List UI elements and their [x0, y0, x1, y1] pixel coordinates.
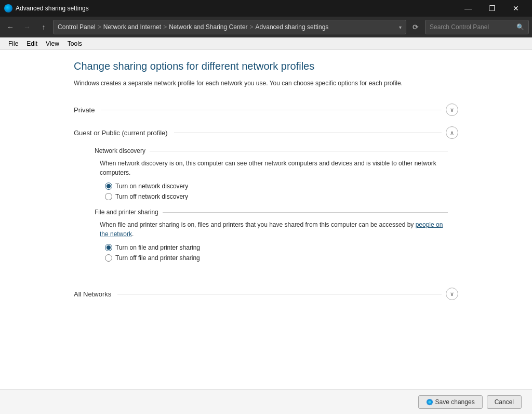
path-segment-3: Network and Sharing Center: [169, 23, 247, 31]
save-icon: [426, 398, 433, 406]
save-changes-label: Save changes: [435, 398, 475, 406]
address-bar: ← → ↑ Control Panel > Network and Intern…: [0, 17, 532, 37]
private-section-header[interactable]: Private ∨: [74, 100, 458, 119]
network-discovery-header: Network discovery: [95, 147, 448, 154]
guest-public-section-chevron[interactable]: ∧: [446, 126, 458, 139]
nd-off-radio[interactable]: [105, 193, 112, 200]
fps-off-radio[interactable]: [105, 254, 112, 262]
refresh-button[interactable]: ⟳: [408, 20, 423, 34]
menu-edit[interactable]: Edit: [22, 39, 42, 48]
file-printer-sharing-line: [163, 212, 448, 213]
network-discovery-line: [150, 151, 448, 151]
people-on-network-link[interactable]: people on the network: [100, 221, 443, 238]
path-segment-4: Advanced sharing settings: [256, 23, 329, 31]
network-discovery-desc: When network discovery is on, this compu…: [100, 159, 448, 177]
page-title: Change sharing options for different net…: [74, 60, 458, 72]
all-networks-section-label: All Networks: [74, 290, 111, 298]
fps-on-text: Turn on file and printer sharing: [115, 244, 200, 251]
title-bar: Advanced sharing settings — ❐ ✕: [0, 0, 532, 17]
fps-on-radio[interactable]: [105, 244, 112, 251]
guest-public-section-header[interactable]: Guest or Public (current profile) ∧: [74, 123, 458, 142]
guest-public-section: Guest or Public (current profile) ∧ Netw…: [74, 123, 458, 280]
nd-on-radio[interactable]: [105, 183, 112, 190]
minimize-button[interactable]: —: [456, 0, 480, 17]
save-changes-button[interactable]: Save changes: [418, 395, 483, 409]
all-networks-section: All Networks ∨: [74, 284, 458, 303]
file-printer-sharing-desc: When file and printer sharing is on, fil…: [100, 220, 448, 239]
search-box: 🔍: [425, 20, 529, 34]
private-section: Private ∨: [74, 100, 458, 119]
all-networks-section-chevron[interactable]: ∨: [446, 288, 458, 300]
private-section-label: Private: [74, 106, 95, 114]
path-dropdown-icon[interactable]: ▾: [399, 24, 402, 30]
private-section-line: [101, 110, 442, 110]
path-sep-3: >: [250, 23, 254, 31]
address-path[interactable]: Control Panel > Network and Internet > N…: [53, 20, 406, 34]
content-area: Change sharing options for different net…: [0, 50, 532, 389]
network-discovery-subsection: Network discovery When network discovery…: [95, 147, 448, 200]
title-bar-text: Advanced sharing settings: [16, 5, 453, 12]
menu-tools[interactable]: Tools: [63, 39, 86, 48]
guest-public-section-label: Guest or Public (current profile): [74, 129, 168, 137]
file-printer-sharing-subsection: File and printer sharing When file and p…: [95, 209, 448, 262]
menu-view[interactable]: View: [42, 39, 63, 48]
fps-off-text: Turn off file and printer sharing: [115, 254, 200, 262]
all-networks-section-header[interactable]: All Networks ∨: [74, 284, 458, 303]
guest-public-content: Network discovery When network discovery…: [74, 142, 458, 280]
nd-off-label[interactable]: Turn off network discovery: [105, 193, 448, 200]
menu-bar: File Edit View Tools: [0, 37, 532, 50]
maximize-button[interactable]: ❐: [480, 0, 504, 17]
bottom-bar: Save changes Cancel: [0, 389, 532, 414]
app-icon: [4, 4, 12, 12]
network-discovery-options: Turn on network discovery Turn off netwo…: [105, 183, 448, 200]
path-segment-2: Network and Internet: [103, 23, 161, 31]
file-printer-sharing-options: Turn on file and printer sharing Turn of…: [105, 244, 448, 262]
svg-point-2: [428, 400, 431, 403]
nd-on-text: Turn on network discovery: [115, 183, 188, 190]
search-input[interactable]: [430, 23, 514, 31]
back-button[interactable]: ←: [3, 20, 18, 34]
nd-on-label[interactable]: Turn on network discovery: [105, 183, 448, 190]
page-description: Windows creates a separate network profi…: [74, 79, 458, 88]
menu-file[interactable]: File: [4, 39, 22, 48]
private-section-chevron[interactable]: ∨: [446, 104, 458, 116]
path-sep-1: >: [98, 23, 101, 31]
fps-off-label[interactable]: Turn off file and printer sharing: [105, 254, 448, 262]
title-bar-controls: — ❐ ✕: [456, 0, 528, 17]
path-sep-2: >: [163, 23, 167, 31]
all-networks-section-line: [117, 294, 442, 294]
close-button[interactable]: ✕: [504, 0, 528, 17]
file-printer-sharing-title: File and printer sharing: [95, 209, 158, 216]
file-printer-sharing-header: File and printer sharing: [95, 209, 448, 216]
fps-on-label[interactable]: Turn on file and printer sharing: [105, 244, 448, 251]
search-icon: 🔍: [516, 23, 524, 31]
network-discovery-title: Network discovery: [95, 147, 145, 154]
up-button[interactable]: ↑: [36, 20, 51, 34]
nd-off-text: Turn off network discovery: [115, 193, 188, 200]
path-segment-1: Control Panel: [58, 23, 96, 31]
guest-public-section-line: [174, 133, 442, 133]
cancel-button[interactable]: Cancel: [487, 395, 522, 409]
forward-button[interactable]: →: [20, 20, 34, 34]
